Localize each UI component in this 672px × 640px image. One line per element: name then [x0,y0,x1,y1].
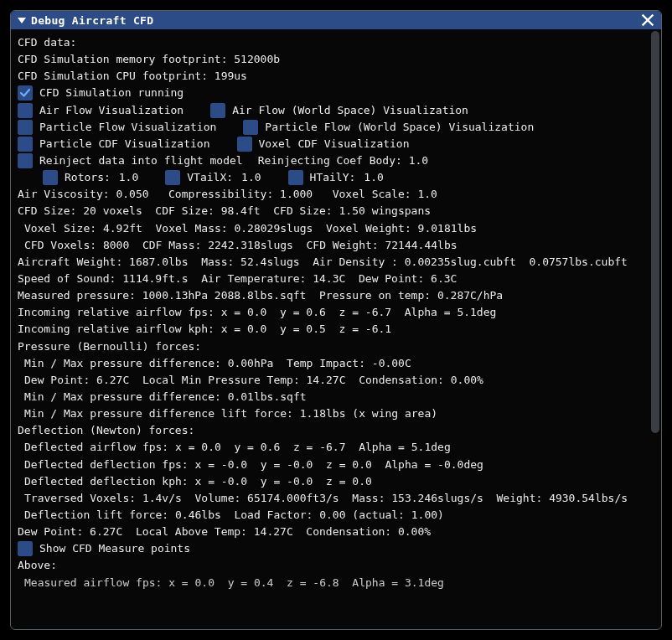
text-line: Above: [18,557,654,574]
text-line: Min / Max pressure difference: 0.00hPa T… [18,355,654,372]
text-line: CFD Simulation CPU footprint: 199us [18,68,654,85]
checkbox-box [237,137,252,152]
checkbox-box [18,120,33,135]
titlebar[interactable]: Debug Aircraft CFD [11,11,661,29]
field-value: 1.0 [241,169,261,186]
checkbox-box [18,541,33,556]
text-line: Speed of Sound: 1114.9ft.s Air Temperatu… [18,271,654,287]
checkbox-box [18,153,33,168]
text-line: CFD Simulation memory footprint: 512000b [18,51,654,68]
field-vtailx[interactable]: VTailX: 1.0 [165,169,261,186]
checkbox-box [210,103,225,118]
checkbox-reinject[interactable]: Reinject data into flight model [18,152,243,169]
text-line: Traversed Voxels: 1.4v/s Volume: 65174.0… [18,490,654,507]
panel-body: CFD data: CFD Simulation memory footprin… [11,29,661,629]
text-line: Incoming relative airflow fps: x = 0.0 y… [18,304,654,321]
text-line: CFD data: [18,34,654,51]
checkbox-air-flow-viz[interactable]: Air Flow Visualization [18,102,184,119]
text-line: Dew Point: 6.27C Local Min Pressure Temp… [18,372,654,389]
scrollbar[interactable] [651,31,659,433]
checkbox-label: Particle CDF Visualization [39,136,210,152]
field-label: HTailY: [310,169,356,186]
field-label: Rotors: [65,169,111,186]
checkbox-voxel-cdf-viz[interactable]: Voxel CDF Visualization [237,136,410,152]
checkbox-label: Particle Flow (World Space) Visualizatio… [265,119,534,136]
text-line: Deflected deflection kph: x = -0.0 y = -… [18,473,654,490]
checkbox-box [18,85,33,101]
field-rotors[interactable]: Rotors: 1.0 [43,169,138,186]
input-box[interactable] [288,170,303,185]
checkbox-label: CFD Simulation running [39,85,184,101]
check-icon [19,87,31,99]
field-value: 1.0 [364,169,383,186]
close-icon[interactable] [641,13,654,27]
text-line: Measured pressure: 1000.13hPa 2088.8lbs.… [18,287,654,304]
text-line: CFD Voxels: 8000 CDF Mass: 2242.318slugs… [18,237,654,254]
checkbox-box [18,137,33,152]
checkbox-particle-cdf-viz[interactable]: Particle CDF Visualization [18,136,210,152]
text-line: Deflected airflow fps: x = 0.0 y = 0.6 z… [18,439,654,456]
text-line: Deflection lift force: 0.46lbs Load Fact… [18,507,654,524]
text-line: Air Viscosity: 0.050 Compressibility: 1.… [18,186,654,203]
text-line: Deflection (Newton) forces: [18,422,654,439]
text-line: Incoming relative airflow kph: x = 0.0 y… [18,321,654,338]
field-value: 1.0 [119,169,138,186]
field-htaily[interactable]: HTailY: 1.0 [288,169,384,186]
text-line: Pressure (Bernoulli) forces: [18,338,654,355]
checkbox-particle-flow-viz[interactable]: Particle Flow Visualization [18,119,216,136]
text-line: Min / Max pressure difference: 0.01lbs.s… [18,389,654,405]
checkbox-label: Particle Flow Visualization [39,119,216,136]
checkbox-label: Show CFD Measure points [39,540,190,557]
checkbox-label: Voxel CDF Visualization [259,136,410,152]
field-label: VTailX: [187,169,233,186]
checkbox-box [18,103,33,118]
checkbox-air-flow-world[interactable]: Air Flow (World Space) Visualization [210,102,468,119]
text-line: Deflected deflection fps: x = -0.0 y = -… [18,457,654,473]
collapse-triangle-icon[interactable] [18,18,26,23]
checkbox-label: Reinject data into flight model [39,152,243,169]
checkbox-sim-running[interactable]: CFD Simulation running [18,85,184,101]
checkbox-show-measure-points[interactable]: Show CFD Measure points [18,540,190,557]
text-line: Voxel Size: 4.92ft Voxel Mass: 0.28029sl… [18,220,654,237]
input-box[interactable] [165,170,180,185]
checkbox-box [243,120,258,135]
window-title: Debug Aircraft CFD [31,14,641,27]
text-line: Aircraft Weight: 1687.0lbs Mass: 52.4slu… [18,254,654,271]
text-line: Min / Max pressure difference lift force… [18,405,654,422]
scrollbar-thumb[interactable] [651,31,659,433]
input-box[interactable] [43,170,58,185]
checkbox-particle-flow-world[interactable]: Particle Flow (World Space) Visualizatio… [243,119,534,136]
reinject-coef-label: Reinjecting Coef Body: 1.0 [258,152,429,169]
checkbox-label: Air Flow Visualization [39,102,184,119]
text-line: Measured airflow fps: x = 0.0 y = 0.4 z … [18,575,654,591]
text-line: CFD Size: 20 voxels CDF Size: 98.4ft CFD… [18,203,654,219]
debug-window: Debug Aircraft CFD CFD data: CFD Simulat… [10,10,662,630]
text-line: Dew Point: 6.27C Local Above Temp: 14.27… [18,524,654,540]
checkbox-label: Air Flow (World Space) Visualization [232,102,468,119]
